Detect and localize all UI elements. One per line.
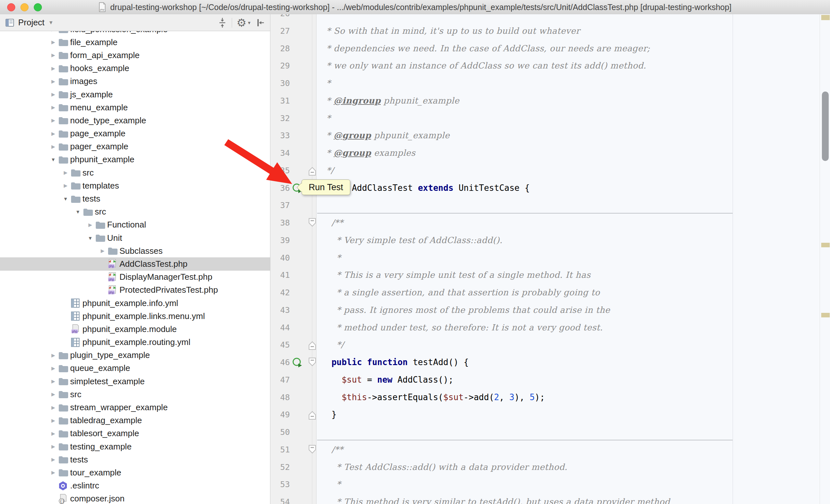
code-line[interactable]: 49} (270, 406, 830, 424)
line-number[interactable]: 51 (270, 441, 290, 459)
line-number[interactable]: 37 (270, 197, 290, 214)
code-line[interactable]: 43* pass. It ignores most of the problem… (270, 302, 830, 319)
code-line[interactable]: 38/** (270, 214, 830, 232)
chevron-right-icon[interactable]: ▶ (61, 170, 70, 175)
line-number[interactable]: 53 (270, 476, 290, 493)
chevron-right-icon[interactable]: ▶ (49, 418, 58, 424)
chevron-right-icon[interactable]: ▶ (49, 104, 58, 110)
code-line[interactable]: 46public function testAdd() { (270, 354, 830, 371)
line-number[interactable]: 52 (270, 459, 290, 476)
tree-item[interactable]: ▶node_type_example (0, 114, 270, 127)
chevron-right-icon[interactable]: ▶ (49, 444, 58, 449)
line-number[interactable]: 28 (270, 40, 290, 58)
stripe-mark[interactable] (821, 243, 830, 247)
chevron-right-icon[interactable]: ▶ (86, 222, 95, 228)
hide-panel-icon[interactable] (256, 18, 265, 28)
line-number[interactable]: 34 (270, 144, 290, 162)
tree-item[interactable]: phpProtectedPrivatesTest.php (0, 283, 270, 297)
line-number[interactable]: 42 (270, 284, 290, 302)
chevron-right-icon[interactable]: ▶ (49, 378, 58, 384)
code-line[interactable]: 54* This method is very similar to testA… (270, 493, 830, 504)
line-number[interactable]: 45 (270, 336, 290, 354)
line-number[interactable]: 31 (270, 92, 290, 110)
tree-item[interactable]: ▶pager_example (0, 140, 270, 153)
tree-item[interactable]: phpphpunit_example.module (0, 323, 270, 336)
chevron-down-icon[interactable]: ▼ (61, 196, 70, 202)
tree-item-selected[interactable]: phpAddClassTest.php (0, 257, 270, 270)
line-number[interactable]: 33 (270, 127, 290, 144)
tree-item[interactable]: ▶plugin_type_example (0, 349, 270, 362)
chevron-right-icon[interactable]: ▶ (49, 470, 58, 475)
zoom-window-icon[interactable] (34, 3, 42, 11)
close-window-icon[interactable] (7, 3, 15, 11)
tree-item[interactable]: ▼src (0, 205, 270, 219)
code-line[interactable]: 35*/ (270, 162, 830, 179)
code-line[interactable]: 37 (270, 197, 830, 214)
tree-item[interactable]: phpDisplayManagerTest.php (0, 271, 270, 283)
tree-item[interactable]: ▶tests (0, 453, 270, 466)
tree-item[interactable]: ▼Unit (0, 231, 270, 244)
line-number[interactable]: 41 (270, 266, 290, 284)
line-number[interactable]: 29 (270, 57, 290, 75)
collapse-icon[interactable] (218, 17, 227, 28)
fold-marker-end-icon[interactable] (308, 165, 317, 176)
chevron-right-icon[interactable]: ▶ (49, 405, 58, 410)
tree-item[interactable]: ▶images (0, 75, 270, 88)
line-number[interactable]: 30 (270, 75, 290, 92)
code-line[interactable]: 45*/ (270, 336, 830, 354)
tree-item[interactable]: ▶tour_example (0, 466, 270, 479)
code-line[interactable]: 40* (270, 249, 830, 267)
tree-item[interactable]: phpunit_example.info.yml (0, 297, 270, 310)
line-number[interactable]: 35 (270, 162, 290, 179)
code-line[interactable]: 27* So with that in mind, it's up to us … (270, 23, 830, 40)
tree-item[interactable]: ▶tablesort_example (0, 427, 270, 440)
code-line[interactable]: 51/** (270, 441, 830, 459)
tree-item[interactable]: ▼tests (0, 192, 270, 205)
chevron-right-icon[interactable]: ▶ (49, 92, 58, 97)
chevron-down-icon[interactable]: ▼ (49, 20, 54, 26)
tree-item[interactable]: ▶tabledrag_example (0, 414, 270, 427)
chevron-right-icon[interactable]: ▶ (49, 78, 58, 85)
code-line[interactable]: 39* Very simple test of AddClass::add(). (270, 232, 830, 249)
run-test-tooltip[interactable]: Run Test (301, 179, 350, 195)
minimize-window-icon[interactable] (21, 3, 29, 11)
error-stripe[interactable] (820, 14, 830, 504)
line-number[interactable]: 26 (270, 14, 290, 23)
chevron-right-icon[interactable]: ▶ (49, 31, 58, 32)
line-number[interactable]: 38 (270, 214, 290, 232)
chevron-down-icon[interactable]: ▼ (49, 157, 58, 162)
line-number[interactable]: 40 (270, 249, 290, 267)
chevron-right-icon[interactable]: ▶ (49, 66, 58, 71)
chevron-right-icon[interactable]: ▶ (49, 352, 58, 358)
line-number[interactable]: 43 (270, 302, 290, 319)
code-line[interactable]: 33* @group phpunit_example (270, 127, 830, 144)
project-panel-title[interactable]: Project (18, 18, 44, 28)
code-editor[interactable]: 2627* So with that in mind, it's up to u… (270, 14, 830, 504)
tree-item[interactable]: ▼phpunit_example (0, 153, 270, 166)
line-number[interactable]: 48 (270, 389, 290, 406)
tree-item[interactable]: ▶Subclasses (0, 244, 270, 257)
code-line[interactable]: 50 (270, 424, 830, 441)
code-line[interactable]: 30* (270, 75, 830, 92)
code-line[interactable]: 48$this->assertEquals($sut->add(2, 3), 5… (270, 389, 830, 406)
fold-marker-collapse-icon[interactable] (308, 444, 317, 455)
scrollbar-thumb[interactable] (822, 92, 829, 161)
tree-item[interactable]: phpunit_example.links.menu.yml (0, 310, 270, 323)
chevron-right-icon[interactable]: ▶ (49, 144, 58, 149)
code-line[interactable]: 34* @group examples (270, 144, 830, 162)
fold-marker-collapse-icon[interactable] (308, 217, 317, 229)
tree-item[interactable]: ▶stream_wrapper_example (0, 401, 270, 414)
chevron-right-icon[interactable]: ▶ (49, 39, 58, 45)
chevron-down-icon[interactable]: ▼ (86, 235, 95, 241)
tree-item[interactable]: ▶src (0, 166, 270, 179)
fold-marker-collapse-icon[interactable] (308, 357, 317, 368)
code-line[interactable]: 26 (270, 14, 830, 23)
tree-item[interactable]: {}composer.json (0, 492, 270, 504)
line-number[interactable]: 36 (270, 179, 290, 197)
code-line[interactable]: 29* we only want an instance of AddClass… (270, 57, 830, 75)
chevron-right-icon[interactable]: ▶ (49, 117, 58, 123)
chevron-right-icon[interactable]: ▶ (98, 248, 107, 254)
line-number[interactable]: 49 (270, 406, 290, 424)
tree-item[interactable]: ▶queue_example (0, 362, 270, 375)
tree-item[interactable]: ▶hooks_example (0, 62, 270, 75)
